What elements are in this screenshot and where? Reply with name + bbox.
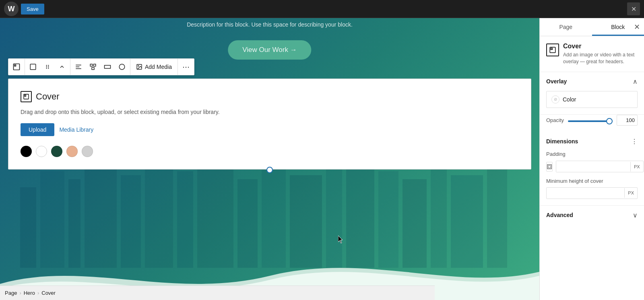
color-swatch-black[interactable] [21, 146, 32, 157]
city-buildings-graphic [0, 155, 507, 268]
toolbar-group-more: ⋯ [178, 59, 194, 75]
min-height-row: Minimum height of cover PX [540, 178, 644, 205]
color-swatch-light-gray[interactable] [82, 146, 93, 157]
min-height-label: Minimum height of cover [546, 178, 638, 184]
padding-label: Padding [546, 151, 638, 157]
toolbar-group-transform [8, 59, 25, 75]
padding-input-group: PX [556, 161, 644, 172]
panel-close-button[interactable]: ✕ [634, 23, 640, 31]
dimensions-more-options-button[interactable]: ⋮ [631, 138, 638, 145]
advanced-chevron-icon: ∨ [633, 211, 638, 219]
cover-block: Cover Drag and drop onto this block, upl… [8, 79, 531, 170]
opacity-slider[interactable] [568, 120, 613, 122]
breadcrumb-bar: Page › Hero › Cover [0, 286, 435, 300]
upload-button[interactable]: Upload [21, 123, 54, 136]
resize-handle[interactable] [266, 167, 273, 173]
padding-row: Padding PX [540, 151, 644, 178]
svg-point-22 [48, 65, 49, 66]
svg-rect-20 [30, 64, 36, 70]
toolbar-group-drag [25, 59, 70, 75]
overlay-color-label: Color [563, 96, 576, 103]
padding-box-icon [546, 162, 553, 172]
breadcrumb-hero[interactable]: Hero [24, 290, 35, 296]
block-info-header: Cover Add an image or video with a text … [546, 43, 638, 65]
toolbar-align-center-button[interactable] [86, 59, 100, 75]
dimensions-section: Dimensions ⋮ Padding [540, 132, 644, 206]
breadcrumb-sep-2: › [37, 290, 39, 296]
min-height-value-input[interactable] [547, 188, 624, 199]
svg-rect-40 [551, 48, 553, 50]
block-type-description: Add an image or video with a text overla… [563, 52, 638, 65]
top-bar-left: W Save [4, 2, 44, 16]
min-height-unit-label: PX [624, 188, 637, 198]
svg-rect-38 [25, 95, 26, 96]
overlay-section: Overlay ∧ ⊘ Color [540, 72, 644, 115]
wp-logo-icon[interactable]: W [4, 2, 19, 16]
toolbar-wide-button[interactable] [115, 59, 129, 75]
overlay-section-content: ⊘ Color [540, 91, 644, 114]
svg-rect-30 [90, 64, 92, 66]
opacity-label: Opacity [546, 117, 564, 123]
svg-rect-32 [92, 68, 94, 70]
cover-block-header: Cover [21, 91, 519, 102]
padding-value-input[interactable] [556, 161, 630, 172]
cover-block-description: Drag and drop onto this block, upload, o… [21, 109, 519, 115]
svg-point-21 [46, 65, 47, 66]
block-toolbar: Add Media ⋯ [8, 58, 194, 75]
panel-tabs: Page Block ✕ [540, 18, 644, 36]
svg-point-23 [46, 66, 47, 67]
svg-point-26 [48, 68, 49, 68]
toolbar-select-parent-button[interactable] [26, 59, 40, 75]
overlay-toggle-icon: ∧ [633, 78, 638, 85]
advanced-section[interactable]: Advanced ∨ [540, 206, 644, 225]
save-button[interactable]: Save [21, 4, 44, 14]
cover-action-buttons: Upload Media Library [21, 123, 519, 136]
svg-point-24 [48, 66, 49, 67]
breadcrumb-sep-1: › [19, 290, 21, 296]
overlay-section-title: Overlay [546, 78, 567, 85]
opacity-row: Opacity 100 [540, 115, 644, 132]
toolbar-drag-button[interactable] [40, 59, 55, 75]
toolbar-more-options-button[interactable]: ⋯ [179, 59, 193, 75]
toolbar-add-media-button[interactable]: Add Media [131, 59, 177, 75]
close-button[interactable]: ✕ [627, 2, 640, 15]
hero-description-text: Description for this block. Use this spa… [187, 21, 353, 28]
tab-page[interactable]: Page [540, 18, 592, 36]
advanced-section-title: Advanced [546, 212, 573, 218]
toolbar-align-left-button[interactable] [71, 59, 86, 75]
svg-rect-42 [548, 166, 551, 168]
color-swatch-peach[interactable] [66, 146, 78, 157]
overlay-section-header[interactable]: Overlay ∧ [540, 72, 644, 91]
tab-active-indicator [592, 35, 644, 36]
overlay-color-button[interactable]: ⊘ Color [546, 91, 638, 108]
add-media-label: Add Media [145, 64, 172, 70]
opacity-input[interactable]: 100 [617, 115, 638, 126]
breadcrumb-cover[interactable]: Cover [41, 290, 56, 296]
canvas-area: Description for this block. Use this spa… [0, 18, 539, 300]
toolbar-group-media: Add Media [130, 59, 178, 75]
top-bar-right: ✕ [627, 2, 640, 15]
block-type-name: Cover [563, 43, 638, 50]
opacity-slider-container [568, 116, 613, 124]
svg-rect-19 [14, 65, 16, 66]
cover-block-icon [21, 91, 32, 102]
toolbar-move-button[interactable] [55, 59, 69, 75]
cover-block-title: Cover [36, 91, 60, 102]
svg-point-34 [119, 64, 125, 70]
toolbar-block-icon-button[interactable] [9, 59, 24, 75]
color-swatch-white[interactable] [36, 146, 47, 157]
dimensions-section-header: Dimensions ⋮ [540, 132, 644, 151]
hero-cta-button[interactable]: View Our Work → [228, 40, 311, 60]
svg-point-36 [138, 66, 139, 66]
min-height-input-group: PX [546, 187, 638, 199]
overlay-color-preview: ⊘ [551, 95, 559, 103]
svg-rect-41 [547, 164, 552, 169]
main-layout: Description for this block. Use this spa… [0, 18, 644, 300]
media-library-link[interactable]: Media Library [59, 126, 93, 133]
breadcrumb-page[interactable]: Page [5, 290, 17, 296]
block-info-text: Cover Add an image or video with a text … [563, 43, 638, 65]
top-bar: W Save ✕ [0, 0, 644, 18]
right-panel: Page Block ✕ Cover Add an image or video… [539, 18, 644, 300]
color-swatch-dark-green[interactable] [51, 146, 62, 157]
toolbar-full-width-button[interactable] [100, 59, 115, 75]
